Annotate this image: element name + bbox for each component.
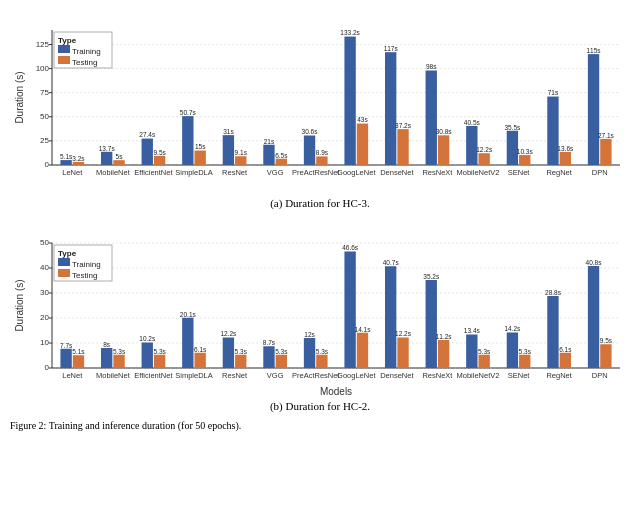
- figure-caption: Figure 2: Training and inference duratio…: [10, 420, 630, 431]
- chart2-wrapper: (b) Duration for HC-2.: [10, 221, 630, 418]
- chart1-wrapper: (a) Duration for HC-3.: [10, 8, 630, 215]
- chart2-canvas: [10, 221, 630, 396]
- chart1-canvas: [10, 8, 630, 193]
- main-container: (a) Duration for HC-3. (b) Duration for …: [0, 0, 640, 435]
- chart2-title: (b) Duration for HC-2.: [10, 400, 630, 412]
- chart1-title: (a) Duration for HC-3.: [10, 197, 630, 209]
